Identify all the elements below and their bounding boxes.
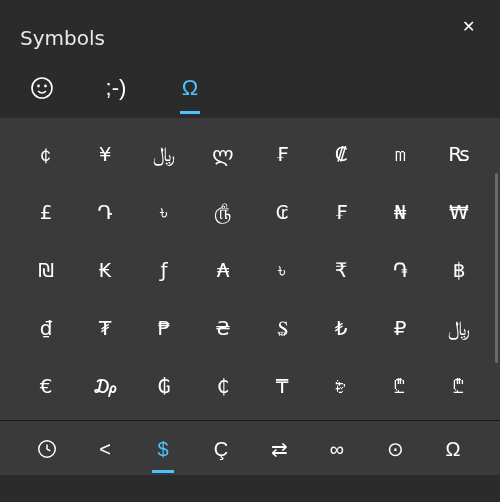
footer-tab-math[interactable]: ∞	[308, 427, 366, 471]
circled-dot-icon: ⊙	[387, 437, 404, 461]
omega-icon: Ω	[182, 75, 198, 101]
svg-point-1	[38, 85, 39, 86]
symbol-cell[interactable]: ₹	[313, 246, 369, 294]
symbol-grid-container: ￠ ¥ ﷼ ლ ₣ ₡ ՠ ₨ £ Դ ৳ ௹ ₢ ₣ ₦ ₩ ₪ ₭ ƒ ₳ …	[0, 118, 500, 420]
symbol-cell[interactable]: ՠ	[372, 130, 428, 178]
symbol-cell[interactable]: ₦	[372, 188, 428, 236]
footer-tab-currency[interactable]: $	[134, 427, 192, 471]
svg-point-0	[32, 78, 52, 98]
symbol-cell[interactable]: ௹	[195, 188, 251, 236]
tab-emoji[interactable]	[20, 66, 64, 110]
symbol-cell[interactable]: ﷼	[136, 130, 192, 178]
symbol-cell[interactable]: ₾	[372, 362, 428, 410]
scrollbar[interactable]	[495, 173, 498, 363]
symbol-cell[interactable]: ₵	[195, 362, 251, 410]
svg-point-2	[45, 85, 46, 86]
symbol-cell[interactable]: ₽	[372, 304, 428, 352]
latin-icon: Ç	[214, 438, 228, 461]
symbol-cell[interactable]: ₣	[313, 188, 369, 236]
symbol-cell[interactable]: ₡	[313, 130, 369, 178]
footer-tab-greek[interactable]: Ω	[424, 427, 482, 471]
symbol-cell[interactable]: ₨	[431, 130, 487, 178]
kaomoji-icon: ;-)	[106, 75, 127, 101]
symbol-cell[interactable]: ₭	[77, 246, 133, 294]
symbol-cell[interactable]: ৳	[136, 188, 192, 236]
close-icon: ✕	[462, 17, 475, 36]
footer-tab-punctuation[interactable]: <	[76, 427, 134, 471]
symbol-cell[interactable]: ₣	[254, 130, 310, 178]
infinity-icon: ∞	[330, 438, 344, 461]
symbol-cell[interactable]: ₯	[77, 362, 133, 410]
arrows-icon: ⇄	[271, 437, 288, 461]
tab-kaomoji[interactable]: ;-)	[94, 66, 138, 110]
symbol-category-footer: < $ Ç ⇄ ∞ ⊙ Ω	[0, 421, 500, 475]
category-tabs: ;-) Ω	[0, 66, 500, 110]
tab-symbols[interactable]: Ω	[168, 66, 212, 110]
clock-icon	[36, 438, 58, 460]
symbol-cell[interactable]: ¥	[77, 130, 133, 178]
symbol-cell[interactable]: ₪	[18, 246, 74, 294]
symbol-cell[interactable]: ฿	[431, 246, 487, 294]
symbol-cell[interactable]: ৳	[254, 246, 310, 294]
omega-icon: Ω	[446, 438, 461, 461]
symbol-cell[interactable]: ₸	[254, 362, 310, 410]
symbol-cell[interactable]: ﷼	[431, 304, 487, 352]
symbol-cell[interactable]: ₮	[77, 304, 133, 352]
less-than-icon: <	[99, 438, 111, 461]
symbol-cell[interactable]: ₾	[431, 362, 487, 410]
symbol-cell[interactable]: ₳	[195, 246, 251, 294]
symbol-cell[interactable]: ₫	[18, 304, 74, 352]
close-button[interactable]: ✕	[454, 12, 482, 40]
symbol-cell[interactable]: €	[18, 362, 74, 410]
symbol-cell[interactable]: ￠	[18, 130, 74, 178]
panel-title: Symbols	[20, 26, 105, 50]
symbol-cell[interactable]: ₺	[313, 304, 369, 352]
symbol-cell[interactable]: ₲	[136, 362, 192, 410]
footer-tab-arrows[interactable]: ⇄	[250, 427, 308, 471]
symbol-cell[interactable]: Դ	[77, 188, 133, 236]
dollar-icon: $	[157, 438, 168, 461]
footer-tab-recent[interactable]	[18, 427, 76, 471]
symbol-cell[interactable]: ₻	[313, 362, 369, 410]
symbol-cell[interactable]: ლ	[195, 130, 251, 178]
symbol-cell[interactable]: ₴	[195, 304, 251, 352]
footer-tab-geometric[interactable]: ⊙	[366, 427, 424, 471]
symbol-cell[interactable]: £	[18, 188, 74, 236]
symbol-cell[interactable]: ₱	[136, 304, 192, 352]
symbol-cell[interactable]: ₢	[254, 188, 310, 236]
symbol-cell[interactable]: ֏	[372, 246, 428, 294]
symbol-cell[interactable]: ₷	[254, 304, 310, 352]
footer-tab-latin[interactable]: Ç	[192, 427, 250, 471]
symbol-cell[interactable]: ƒ	[136, 246, 192, 294]
symbol-cell[interactable]: ₩	[431, 188, 487, 236]
symbol-grid: ￠ ¥ ﷼ ლ ₣ ₡ ՠ ₨ £ Դ ৳ ௹ ₢ ₣ ₦ ₩ ₪ ₭ ƒ ₳ …	[18, 130, 490, 410]
emoji-icon	[30, 76, 54, 100]
